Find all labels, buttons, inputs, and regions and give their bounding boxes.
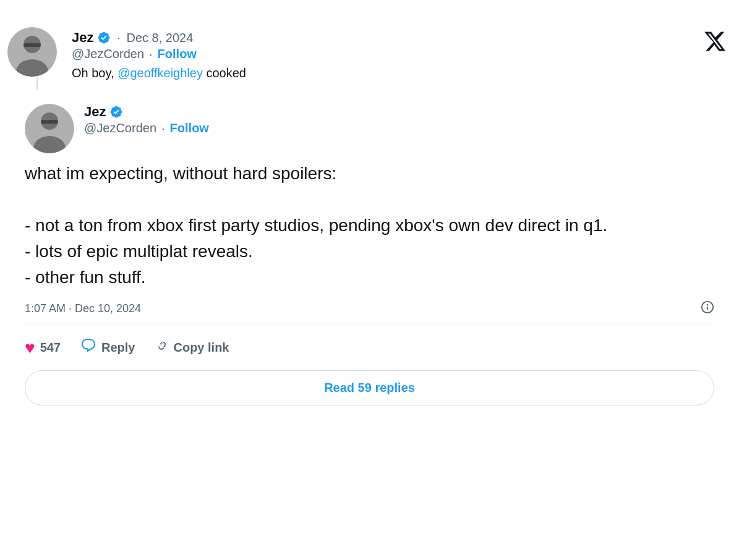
second-tweet-header: Jez @JezCorden · Follow [25,104,714,153]
first-tweet-date: Dec 8, 2024 [127,31,194,45]
first-tweet-text: Oh boy, @geoffkeighley cooked [72,64,727,82]
second-tweet: Jez @JezCorden · Follow what im expectin… [12,94,727,415]
avatar-second [25,104,74,153]
actions-divider [25,325,714,325]
second-tweet-name-row: Jez [84,104,714,120]
thread-line [36,77,38,89]
second-tweet-follow-button[interactable]: Follow [170,121,209,135]
likes-action[interactable]: ♥ 547 [25,338,61,358]
actions-row: ♥ 547 Reply Copy link [25,333,714,363]
first-tweet-handle: @JezCorden [72,47,144,61]
reply-action[interactable]: Reply [80,337,135,358]
first-tweet-row: Jez · Dec 8, 2024 @JezCorden · Follow Oh… [12,27,727,89]
svg-rect-7 [41,120,58,124]
tweet-timestamp: 1:07 AM · Dec 10, 2024 [25,302,141,315]
dot-separator-first: · [117,32,120,45]
second-tweet-user-info: Jez @JezCorden · Follow [84,104,714,135]
copy-link-action[interactable]: Copy link [155,339,229,357]
copy-link-icon [155,339,168,357]
handle-dot-separator: · [149,47,153,61]
first-tweet-name-row: Jez · Dec 8, 2024 [72,30,727,46]
info-icon[interactable] [701,300,714,317]
first-tweet-follow-button[interactable]: Follow [158,47,197,61]
second-tweet-handle: @JezCorden [84,121,156,135]
second-tweet-body: what im expecting, without hard spoilers… [25,161,714,291]
avatar-first [7,27,57,77]
first-tweet-mention[interactable]: @geoffkeighley [117,66,203,80]
verified-icon-first [97,31,111,45]
svg-point-9 [707,304,709,306]
heart-icon: ♥ [25,338,35,358]
first-tweet-name: Jez [72,30,93,46]
first-tweet-handle-row: @JezCorden · Follow [72,47,727,61]
svg-rect-10 [707,307,708,310]
reply-label: Reply [101,341,135,355]
read-replies-button[interactable]: Read 59 replies [25,370,714,405]
second-tweet-name: Jez [84,104,106,120]
first-tweet-user-info: Jez · Dec 8, 2024 @JezCorden · Follow Oh… [72,30,727,82]
verified-icon-second [109,105,123,119]
second-tweet-handle-row: @JezCorden · Follow [84,121,714,135]
svg-rect-3 [23,43,41,47]
x-logo [703,30,727,56]
first-tweet-header: Jez · Dec 8, 2024 @JezCorden · Follow Oh… [72,30,727,82]
tweet-container: Jez · Dec 8, 2024 @JezCorden · Follow Oh… [0,12,739,425]
reply-icon [80,337,96,358]
thread-left [12,27,62,89]
copy-link-label: Copy link [173,341,229,355]
tweet-meta: 1:07 AM · Dec 10, 2024 [25,300,714,317]
handle-dot-separator-2: · [161,121,165,135]
likes-count: 547 [40,341,61,355]
